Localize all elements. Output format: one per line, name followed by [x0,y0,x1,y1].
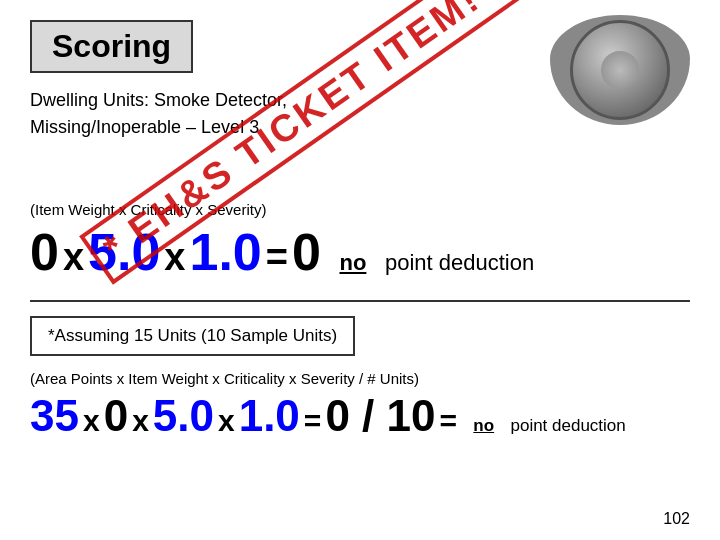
area-result: 0 / 10 [325,391,435,441]
dwelling-line1: Dwelling Units: Smoke Detector, [30,90,287,110]
divider [30,300,690,302]
item-weight-num3: 1.0 [190,222,262,282]
item-weight-result: 0 [292,222,321,282]
area-op1: x [83,404,100,438]
assuming-text: *Assuming 15 Units (10 Sample Units) [48,326,337,345]
area-op3: x [218,404,235,438]
area-num2: 0 [104,391,128,441]
page: Scoring Dwelling Units: Smoke Detector, … [0,0,720,540]
scoring-box: Scoring [30,20,193,73]
item-weight-no: no [339,250,366,276]
area-op5: = [439,404,457,438]
item-weight-num1: 0 [30,222,59,282]
item-weight-op3: = [266,236,288,279]
area-num3: 5.0 [153,391,214,441]
item-weight-suffix: point deduction [385,250,534,276]
area-op2: x [132,404,149,438]
area-op4: = [304,404,322,438]
area-label: (Area Points x Item Weight x Criticality… [30,370,690,387]
page-number: 102 [663,510,690,528]
area-no: no [473,416,494,436]
scoring-title: Scoring [52,28,171,64]
area-formula-row: 35 x 0 x 5.0 x 1.0 = 0 / 10 = no point d… [30,391,690,441]
item-weight-op1: x [63,236,84,279]
area-num4: 1.0 [239,391,300,441]
smoke-detector-circle [570,20,670,120]
assuming-box: *Assuming 15 Units (10 Sample Units) [30,316,355,356]
area-num1: 35 [30,391,79,441]
area-suffix: point deduction [510,416,625,436]
